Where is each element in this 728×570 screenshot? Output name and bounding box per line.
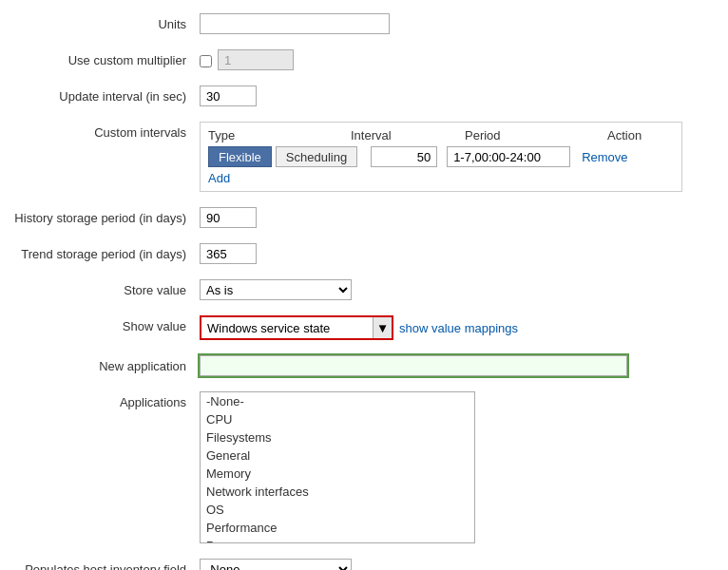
chevron-down-icon: ▼ (376, 321, 389, 335)
history-storage-control: 90 (200, 207, 718, 228)
list-item[interactable]: General (201, 446, 474, 465)
list-item[interactable]: Performance (201, 519, 474, 537)
show-value-control: Windows service state ▼ show value mappi… (200, 315, 718, 340)
populates-control: -None- (200, 559, 718, 570)
units-input[interactable] (200, 13, 390, 34)
intervals-table: Type Interval Period Action Flexible Sch… (200, 122, 682, 192)
store-value-label: Store value (10, 279, 200, 297)
list-item[interactable]: Network interfaces (201, 483, 474, 501)
trend-storage-control: 365 (200, 243, 718, 264)
show-value-input[interactable]: Windows service state (201, 317, 373, 338)
new-application-row: New application (0, 352, 728, 380)
header-type: Type (208, 128, 341, 142)
populates-label: Populates host inventory field (10, 559, 200, 570)
interval-value-input[interactable]: 50 (371, 146, 437, 167)
trend-storage-label: Trend storage period (in days) (10, 243, 200, 261)
custom-intervals-control: Type Interval Period Action Flexible Sch… (200, 122, 718, 192)
trend-input[interactable]: 365 (200, 243, 257, 264)
multiplier-input[interactable]: 1 (218, 49, 294, 70)
form-container: Units Use custom multiplier 1 Update int… (0, 0, 728, 570)
history-storage-row: History storage period (in days) 90 (0, 203, 728, 232)
header-action: Action (598, 128, 674, 142)
applications-label: Applications (10, 391, 200, 409)
remove-link[interactable]: Remove (574, 150, 627, 164)
list-item[interactable]: CPU (201, 410, 474, 428)
custom-multiplier-checkbox[interactable] (200, 55, 212, 67)
header-period: Period (455, 128, 598, 142)
units-label: Units (10, 13, 200, 31)
show-value-row: Show value Windows service state ▼ show … (0, 312, 728, 344)
new-application-control (200, 355, 718, 376)
flexible-button[interactable]: Flexible (208, 146, 272, 167)
units-row: Units (0, 10, 728, 38)
list-item[interactable]: Processes (201, 537, 474, 543)
list-item[interactable]: -None- (201, 392, 474, 410)
applications-row: Applications -None-CPUFilesystemsGeneral… (0, 388, 728, 547)
populates-row: Populates host inventory field -None- (0, 555, 728, 570)
header-interval: Interval (341, 128, 455, 142)
intervals-header: Type Interval Period Action (208, 128, 674, 142)
trend-storage-row: Trend storage period (in days) 365 (0, 239, 728, 268)
history-input[interactable]: 90 (200, 207, 257, 228)
scheduling-button[interactable]: Scheduling (276, 146, 357, 167)
custom-multiplier-control: 1 (200, 49, 718, 70)
show-value-dropdown-btn[interactable]: ▼ (373, 317, 392, 338)
units-control (200, 13, 718, 34)
custom-intervals-label: Custom intervals (10, 122, 200, 140)
show-value-label: Show value (10, 315, 200, 333)
applications-control: -None-CPUFilesystemsGeneralMemoryNetwork… (200, 391, 718, 543)
applications-list[interactable]: -None-CPUFilesystemsGeneralMemoryNetwork… (200, 391, 475, 543)
update-interval-control: 30 (200, 86, 718, 106)
custom-multiplier-label: Use custom multiplier (10, 49, 200, 67)
store-value-control: As is Delta (speed per second) Delta (si… (200, 279, 718, 300)
store-value-select[interactable]: As is Delta (speed per second) Delta (si… (200, 279, 352, 300)
custom-intervals-row: Custom intervals Type Interval Period Ac… (0, 118, 728, 196)
list-item[interactable]: Memory (201, 465, 474, 483)
new-application-label: New application (10, 355, 200, 373)
update-interval-row: Update interval (in sec) 30 (0, 82, 728, 110)
history-storage-label: History storage period (in days) (10, 207, 200, 225)
add-link[interactable]: Add (208, 171, 674, 185)
update-interval-input[interactable]: 30 (200, 86, 257, 106)
interval-row-1: Flexible Scheduling 50 1-7,00:00-24:00 R… (208, 146, 674, 167)
store-value-row: Store value As is Delta (speed per secon… (0, 276, 728, 304)
period-value-input[interactable]: 1-7,00:00-24:00 (447, 146, 570, 167)
show-value-mappings-link[interactable]: show value mappings (399, 321, 518, 335)
list-item[interactable]: Filesystems (201, 428, 474, 446)
show-value-wrapper: Windows service state ▼ (200, 315, 393, 340)
custom-multiplier-row: Use custom multiplier 1 (0, 46, 728, 74)
list-item[interactable]: OS (201, 501, 474, 519)
update-interval-label: Update interval (in sec) (10, 86, 200, 104)
new-application-input[interactable] (200, 355, 627, 376)
populates-select[interactable]: -None- (200, 559, 352, 570)
